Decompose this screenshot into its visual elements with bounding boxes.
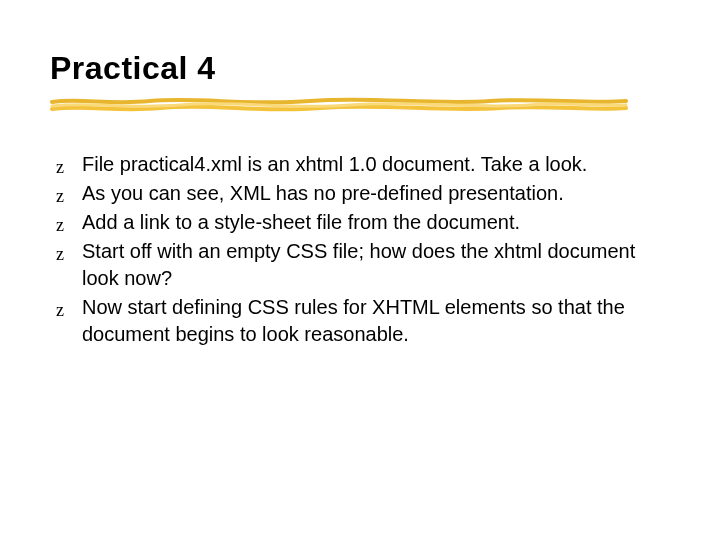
bullet-icon: z	[56, 298, 64, 322]
title-underline	[50, 95, 630, 117]
list-item: z File practical4.xml is an xhtml 1.0 do…	[56, 151, 670, 178]
bullet-list: z File practical4.xml is an xhtml 1.0 do…	[50, 151, 670, 348]
bullet-icon: z	[56, 184, 64, 208]
page-title: Practical 4	[50, 50, 670, 87]
list-item-text: Now start defining CSS rules for XHTML e…	[82, 296, 625, 345]
bullet-icon: z	[56, 155, 64, 179]
bullet-icon: z	[56, 242, 64, 266]
list-item: z Start off with an empty CSS file; how …	[56, 238, 670, 292]
slide: Practical 4 z File practical4.xml is an …	[0, 0, 720, 540]
list-item: z As you can see, XML has no pre-defined…	[56, 180, 670, 207]
list-item-text: Add a link to a style-sheet file from th…	[82, 211, 520, 233]
list-item-text: File practical4.xml is an xhtml 1.0 docu…	[82, 153, 587, 175]
list-item: z Add a link to a style-sheet file from …	[56, 209, 670, 236]
list-item: z Now start defining CSS rules for XHTML…	[56, 294, 670, 348]
list-item-text: Start off with an empty CSS file; how do…	[82, 240, 635, 289]
bullet-icon: z	[56, 213, 64, 237]
list-item-text: As you can see, XML has no pre-defined p…	[82, 182, 564, 204]
